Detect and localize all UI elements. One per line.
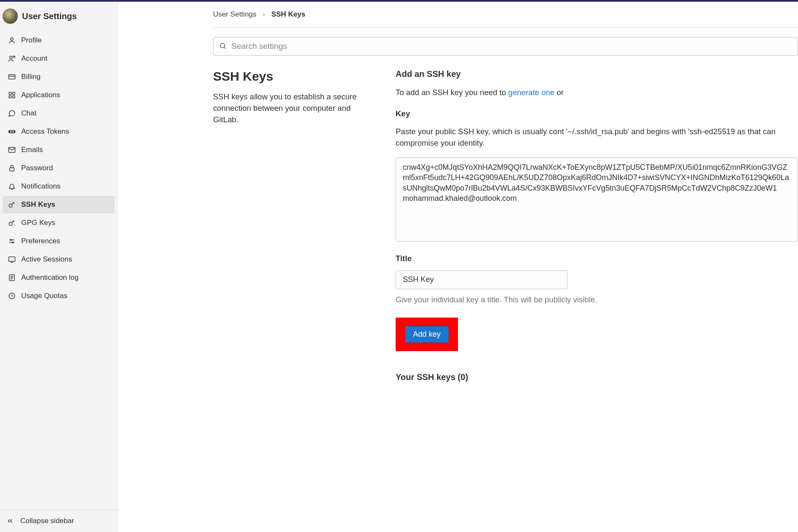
usage-quotas-icon bbox=[8, 292, 16, 300]
gpg-keys-icon bbox=[8, 219, 16, 227]
sidebar-item-authentication-log[interactable]: Authentication log bbox=[3, 269, 115, 287]
sidebar-item-account[interactable]: Account bbox=[3, 50, 115, 68]
breadcrumb: User Settings › SSH Keys bbox=[213, 10, 798, 28]
sidebar-item-emails[interactable]: Emails bbox=[3, 141, 115, 159]
sidebar-item-preferences[interactable]: Preferences bbox=[3, 232, 115, 250]
svg-rect-21 bbox=[9, 257, 15, 262]
key-textarea[interactable] bbox=[396, 158, 798, 242]
billing-icon bbox=[8, 73, 16, 81]
avatar[interactable] bbox=[3, 8, 18, 24]
sidebar-item-label: Notifications bbox=[21, 182, 61, 191]
sidebar-item-label: Applications bbox=[21, 91, 60, 99]
sidebar-item-access-tokens[interactable]: Access Tokens bbox=[3, 123, 115, 141]
sidebar-header: User Settings bbox=[0, 2, 117, 31]
sidebar-item-billing[interactable]: Billing bbox=[3, 68, 115, 86]
sidebar-item-applications[interactable]: Applications bbox=[3, 86, 115, 104]
svg-point-1 bbox=[10, 56, 12, 59]
search-input[interactable] bbox=[213, 37, 798, 56]
sidebar-item-label: GPG Keys bbox=[21, 219, 55, 227]
sidebar-item-label: Billing bbox=[21, 73, 40, 81]
sidebar-item-label: Profile bbox=[21, 36, 42, 45]
active-sessions-icon bbox=[8, 255, 16, 264]
sidebar-item-active-sessions[interactable]: Active Sessions bbox=[3, 251, 115, 268]
svg-point-0 bbox=[11, 38, 13, 40]
collapse-icon bbox=[6, 517, 14, 525]
sidebar-item-label: Authentication log bbox=[21, 273, 79, 282]
notifications-icon bbox=[8, 182, 16, 191]
svg-rect-5 bbox=[9, 92, 11, 94]
svg-rect-6 bbox=[13, 92, 15, 94]
sidebar-title: User Settings bbox=[22, 11, 77, 21]
sidebar-item-profile[interactable]: Profile bbox=[3, 31, 115, 49]
account-icon bbox=[8, 54, 16, 63]
key-label: Key bbox=[396, 108, 798, 120]
svg-rect-7 bbox=[9, 96, 11, 98]
form-heading: Add an SSH key bbox=[396, 69, 798, 79]
svg-rect-8 bbox=[13, 96, 15, 98]
add-key-highlight: Add key bbox=[396, 318, 458, 351]
applications-icon bbox=[8, 91, 16, 99]
chat-icon bbox=[8, 109, 16, 118]
authentication-log-icon bbox=[8, 273, 16, 282]
svg-point-20 bbox=[12, 242, 14, 243]
sidebar-item-chat[interactable]: Chat bbox=[3, 104, 115, 122]
main-content: User Settings › SSH Keys SSH Keys SSH ke… bbox=[118, 2, 798, 532]
svg-rect-3 bbox=[9, 75, 15, 79]
sidebar-item-ssh-keys[interactable]: SSH Keys bbox=[3, 196, 115, 214]
access-tokens-icon bbox=[8, 127, 16, 136]
page-title: SSH Keys bbox=[213, 69, 374, 84]
sidebar-item-label: Preferences bbox=[21, 237, 60, 245]
svg-point-28 bbox=[220, 43, 225, 48]
title-label: Title bbox=[396, 253, 798, 265]
svg-point-10 bbox=[11, 131, 12, 132]
add-key-button[interactable]: Add key bbox=[405, 326, 449, 343]
svg-point-18 bbox=[10, 239, 11, 241]
page-description: SSH keys allow you to establish a secure… bbox=[213, 91, 374, 125]
sidebar-item-label: SSH Keys bbox=[21, 200, 55, 209]
collapse-label: Collapse sidebar bbox=[20, 517, 74, 525]
breadcrumb-parent[interactable]: User Settings bbox=[213, 10, 256, 18]
profile-icon bbox=[8, 36, 16, 45]
sidebar-item-usage-quotas[interactable]: Usage Quotas bbox=[3, 287, 115, 305]
sidebar-item-label: Password bbox=[21, 164, 53, 172]
ssh-keys-icon bbox=[8, 200, 16, 209]
sidebar-item-label: Account bbox=[21, 54, 47, 63]
key-help: Paste your public SSH key, which is usua… bbox=[396, 126, 798, 149]
sidebar-item-label: Chat bbox=[21, 109, 37, 118]
svg-point-9 bbox=[9, 131, 10, 132]
your-keys-heading: Your SSH keys (0) bbox=[396, 372, 798, 382]
breadcrumb-current: SSH Keys bbox=[271, 10, 305, 18]
form-instruction: To add an SSH key you need to generate o… bbox=[396, 87, 798, 99]
sidebar-item-label: Emails bbox=[21, 146, 43, 154]
svg-point-11 bbox=[14, 131, 14, 132]
emails-icon bbox=[8, 146, 16, 154]
sidebar: User Settings Profile Account Billing Ap… bbox=[0, 2, 118, 532]
title-input[interactable] bbox=[396, 270, 568, 289]
breadcrumb-separator: › bbox=[263, 10, 265, 18]
generate-one-link[interactable]: generate one bbox=[508, 88, 554, 97]
sidebar-item-label: Active Sessions bbox=[21, 255, 72, 264]
svg-line-29 bbox=[224, 47, 225, 48]
sidebar-item-label: Access Tokens bbox=[21, 127, 69, 136]
search-icon bbox=[219, 42, 227, 50]
svg-rect-14 bbox=[10, 168, 14, 171]
sidebar-item-notifications[interactable]: Notifications bbox=[3, 177, 115, 195]
collapse-sidebar-button[interactable]: Collapse sidebar bbox=[0, 509, 117, 532]
title-help: Give your individual key a title. This w… bbox=[396, 294, 798, 306]
password-icon bbox=[8, 164, 16, 172]
sidebar-item-gpg-keys[interactable]: GPG Keys bbox=[3, 214, 115, 232]
sidebar-item-password[interactable]: Password bbox=[3, 159, 115, 177]
preferences-icon bbox=[8, 237, 16, 245]
sidebar-item-label: Usage Quotas bbox=[21, 292, 67, 300]
